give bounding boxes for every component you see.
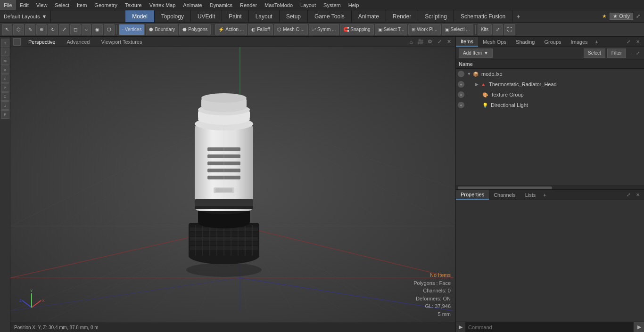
sidebar-tool-4[interactable]: V [1, 65, 9, 74]
sidebar-tool-6[interactable]: P [1, 83, 9, 92]
viewport-close-btn[interactable]: ✕ [445, 38, 453, 46]
menu-animate[interactable]: Animate [179, 0, 206, 10]
tab-lists[interactable]: Lists [520, 190, 541, 200]
falloff-btn[interactable]: ◐ Falloff [248, 24, 273, 35]
sidebar-tool-8[interactable]: U [1, 101, 9, 110]
menu-maxtoModo[interactable]: MaxToModo [261, 0, 297, 10]
list-item-texture-group[interactable]: ● 🎨 Texture Group [456, 89, 644, 100]
polygons-mode-btn[interactable]: ⬣ Polygons [179, 24, 211, 35]
expand-viewport-btn[interactable]: ⤢ [493, 24, 503, 35]
viewport-home-btn[interactable]: ⌂ [407, 38, 415, 46]
menu-dynamics[interactable]: Dynamics [206, 0, 236, 10]
sphere-btn[interactable]: ◉ [92, 24, 103, 35]
select-t-btn[interactable]: ▣ Select T... [375, 24, 408, 35]
boundary-mode-btn[interactable]: ⬟ Boundary [146, 24, 178, 35]
tab-add-icon[interactable]: + [512, 13, 524, 20]
tab-mesh-ops[interactable]: Mesh Ops [478, 37, 511, 47]
items-list[interactable]: ▼ 📦 modo.lxo ● ▶ 🔺 Thermostatic_Radiator… [456, 69, 644, 186]
props-tab-add-icon[interactable]: + [540, 192, 549, 198]
panel-expand2-btn[interactable]: ⤢ [635, 50, 641, 57]
scrollbar-thumb[interactable] [458, 186, 552, 189]
scale-btn[interactable]: ⤢ [59, 24, 69, 35]
props-panel-expand-btn[interactable]: ⤢ [624, 191, 633, 199]
tab-game-tools[interactable]: Game Tools [308, 10, 352, 22]
tab-channels[interactable]: Channels [489, 190, 520, 200]
mesh-c-btn[interactable]: ⬡ Mesh C ... [274, 24, 308, 35]
kits-btn[interactable]: Kits [478, 24, 492, 35]
tab-scripting[interactable]: Scripting [418, 10, 454, 22]
selecti-btn[interactable]: ▣ Selecti ... [442, 24, 473, 35]
layout-dropdown[interactable]: Default Layouts ▼ [0, 10, 51, 22]
snapping-btn[interactable]: 🧲 Snapping [340, 24, 373, 35]
command-input[interactable] [465, 322, 634, 332]
list-item-radiator[interactable]: ● ▶ 🔺 Thermostatic_Radiator_Head [456, 79, 644, 89]
vp-tab-perspective[interactable]: Perspective [25, 39, 59, 45]
menu-edit[interactable]: Edit [16, 0, 33, 10]
rotate-btn[interactable]: ↻ [48, 24, 58, 35]
sidebar-tool-1[interactable]: D [1, 39, 9, 47]
tab-paint[interactable]: Paint [222, 10, 248, 22]
eye-icon-light[interactable]: ● [458, 102, 464, 108]
list-item-light[interactable]: ● 💡 Directional Light [456, 100, 644, 110]
tab-topology[interactable]: Topology [155, 10, 191, 22]
tab-model[interactable]: Model [125, 10, 155, 22]
tab-render[interactable]: Render [386, 10, 418, 22]
menu-file[interactable]: File [0, 0, 16, 10]
select-mode-btn[interactable]: ↖ [2, 24, 12, 35]
hex-btn[interactable]: ⬡ [104, 24, 115, 35]
viewport-menu-btn[interactable] [13, 38, 21, 46]
circle-btn[interactable]: ○ [82, 24, 91, 35]
list-item-modo[interactable]: ▼ 📦 modo.lxo [456, 69, 644, 79]
eye-icon-radiator[interactable]: ● [458, 81, 464, 88]
symm-btn[interactable]: ⇌ Symm ... [309, 24, 339, 35]
viewport-camera-btn[interactable]: 🎥 [417, 38, 424, 46]
menu-select[interactable]: Select [51, 0, 73, 10]
vp-tab-viewport-textures[interactable]: Viewport Textures [97, 39, 146, 45]
viewport-expand-btn[interactable]: ⤢ [436, 38, 443, 46]
menu-layout[interactable]: Layout [297, 0, 320, 10]
items-tab-add-icon[interactable]: + [593, 39, 601, 45]
tab-properties[interactable]: Properties [456, 190, 489, 200]
sidebar-tool-2[interactable]: U [1, 48, 9, 56]
tab-groups[interactable]: Groups [539, 37, 566, 47]
expand-radiator[interactable]: ▶ [474, 81, 479, 87]
menu-help[interactable]: Help [345, 0, 363, 10]
viewport-settings-btn[interactable]: ⚙ [426, 38, 434, 46]
items-scrollbar[interactable] [456, 186, 644, 189]
menu-item[interactable]: Item [73, 0, 91, 10]
tab-shading[interactable]: Shading [511, 37, 539, 47]
props-panel-close-btn[interactable]: ✕ [634, 191, 642, 199]
vertices-mode-btn[interactable]: · Vertices [119, 24, 145, 35]
mesh-btn[interactable]: ⬡ [13, 24, 24, 35]
transform-btn[interactable]: ⊕ [36, 24, 47, 35]
box-btn[interactable]: ◻ [70, 24, 81, 35]
vp-tab-advanced[interactable]: Advanced [63, 39, 93, 45]
eye-icon-modo[interactable] [458, 71, 464, 77]
eye-icon-texture[interactable]: ● [458, 91, 464, 98]
menu-vertex-map[interactable]: Vertex Map [146, 0, 180, 10]
tab-setup[interactable]: Setup [280, 10, 308, 22]
select-btn[interactable]: Select [584, 49, 605, 58]
menu-system[interactable]: System [320, 0, 345, 10]
command-arrow[interactable]: ▶ [456, 322, 465, 332]
tab-schematic-fusion[interactable]: Schematic Fusion [454, 10, 512, 22]
expand-modo[interactable]: ▼ [466, 71, 472, 77]
maximize-icon[interactable]: ⤢ [636, 13, 640, 19]
tab-images[interactable]: Images [566, 37, 593, 47]
command-submit-btn[interactable]: ▶ [634, 322, 644, 332]
menu-texture[interactable]: Texture [121, 0, 146, 10]
viewport-3d[interactable]: X Z Y No Items Polygons : Face Channels:… [10, 47, 455, 323]
menu-geometry[interactable]: Geometry [91, 0, 121, 10]
panel-minus-btn[interactable]: − [628, 50, 635, 57]
sidebar-tool-5[interactable]: E [1, 74, 9, 83]
tab-items[interactable]: Items [456, 37, 478, 47]
only-button[interactable]: ★ Only [610, 13, 633, 20]
tab-uvedit[interactable]: UVEdit [191, 10, 222, 22]
tab-layout[interactable]: Layout [249, 10, 280, 22]
work-pl-btn[interactable]: ⊞ Work Pl... [408, 24, 440, 35]
menu-render[interactable]: Render [236, 0, 261, 10]
filter-btn[interactable]: Filter [607, 49, 626, 58]
sidebar-tool-3[interactable]: M [1, 57, 9, 65]
action-btn[interactable]: ⚡ Action ... [215, 24, 247, 35]
items-panel-expand-btn[interactable]: ⤢ [624, 38, 633, 46]
